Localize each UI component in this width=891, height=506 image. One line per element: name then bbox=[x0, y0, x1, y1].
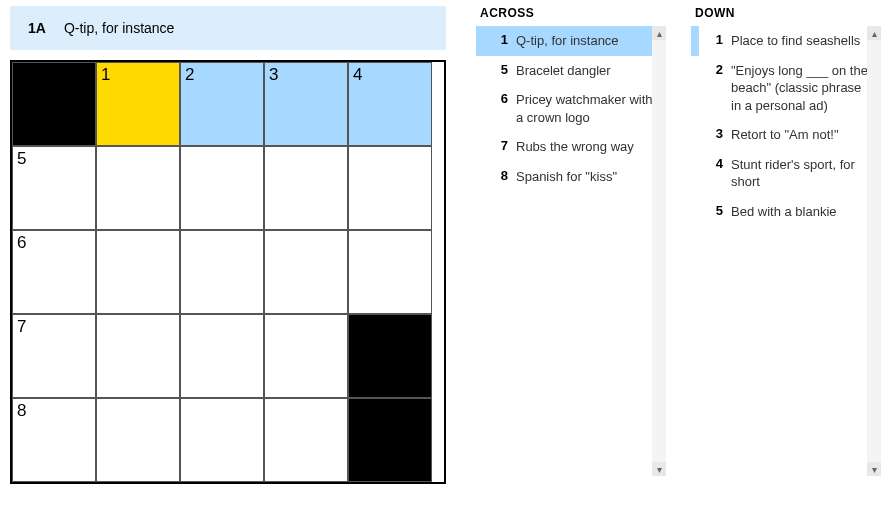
down-clue-list: 1Place to find seashells2"Enjoys long __… bbox=[691, 26, 881, 226]
across-clue-item[interactable]: 1Q-tip, for instance bbox=[476, 26, 666, 56]
grid-cell[interactable]: 1 bbox=[96, 62, 180, 146]
current-clue-bar: 1A Q-tip, for instance bbox=[10, 6, 446, 50]
grid-cell[interactable]: 5 bbox=[12, 146, 96, 230]
grid-cell-black bbox=[348, 398, 432, 482]
down-clue-item[interactable]: 4Stunt rider's sport, for short bbox=[691, 150, 881, 197]
down-header: DOWN bbox=[691, 6, 881, 20]
scroll-track[interactable] bbox=[652, 40, 666, 462]
scroll-down-icon[interactable]: ▾ bbox=[652, 462, 666, 476]
clue-number: 3 bbox=[699, 126, 723, 144]
clue-number: 8 bbox=[484, 168, 508, 186]
grid-cell[interactable] bbox=[96, 230, 180, 314]
grid-cell[interactable] bbox=[96, 314, 180, 398]
across-clue-item[interactable]: 7Rubs the wrong way bbox=[476, 132, 666, 162]
crossword-grid: 12345678 bbox=[10, 60, 446, 484]
grid-cell[interactable] bbox=[180, 146, 264, 230]
grid-cell[interactable]: 2 bbox=[180, 62, 264, 146]
down-clue-item[interactable]: 2"Enjoys long ___ on the beach" (classic… bbox=[691, 56, 881, 121]
scroll-up-icon[interactable]: ▴ bbox=[652, 26, 666, 40]
down-list-wrap: ▴ ▾ 1Place to find seashells2"Enjoys lon… bbox=[691, 26, 881, 476]
grid-cell[interactable] bbox=[348, 230, 432, 314]
grid-cell[interactable] bbox=[348, 146, 432, 230]
clue-text: Bed with a blankie bbox=[731, 203, 875, 221]
scroll-track[interactable] bbox=[867, 40, 881, 462]
grid-cell[interactable]: 8 bbox=[12, 398, 96, 482]
grid-cell[interactable] bbox=[264, 230, 348, 314]
cell-number: 4 bbox=[353, 65, 362, 85]
clue-text: Spanish for "kiss" bbox=[516, 168, 660, 186]
grid-cell[interactable]: 4 bbox=[348, 62, 432, 146]
current-clue-label: 1A bbox=[28, 20, 46, 36]
across-clue-item[interactable]: 8Spanish for "kiss" bbox=[476, 162, 666, 192]
cell-number: 8 bbox=[17, 401, 26, 421]
grid-cell[interactable]: 3 bbox=[264, 62, 348, 146]
scroll-down-icon[interactable]: ▾ bbox=[867, 462, 881, 476]
clue-number: 5 bbox=[484, 62, 508, 80]
clue-text: Bracelet dangler bbox=[516, 62, 660, 80]
across-list-wrap: ▴ ▾ 1Q-tip, for instance5Bracelet dangle… bbox=[476, 26, 666, 476]
clue-text: Retort to "Am not!" bbox=[731, 126, 875, 144]
across-header: ACROSS bbox=[476, 6, 666, 20]
grid-cell[interactable] bbox=[264, 398, 348, 482]
grid-cell[interactable] bbox=[264, 146, 348, 230]
grid-cell[interactable] bbox=[96, 398, 180, 482]
across-clue-item[interactable]: 6Pricey watchmaker with a crown logo bbox=[476, 85, 666, 132]
clue-text: Place to find seashells bbox=[731, 32, 875, 50]
across-clue-list: 1Q-tip, for instance5Bracelet dangler6Pr… bbox=[476, 26, 666, 191]
clue-text: Rubs the wrong way bbox=[516, 138, 660, 156]
clue-text: "Enjoys long ___ on the beach" (classic … bbox=[731, 62, 875, 115]
across-clue-item[interactable]: 5Bracelet dangler bbox=[476, 56, 666, 86]
clue-number: 1 bbox=[484, 32, 508, 50]
cell-number: 7 bbox=[17, 317, 26, 337]
down-clue-item[interactable]: 3Retort to "Am not!" bbox=[691, 120, 881, 150]
clue-text: Pricey watchmaker with a crown logo bbox=[516, 91, 660, 126]
grid-cell[interactable] bbox=[180, 230, 264, 314]
clue-number: 2 bbox=[699, 62, 723, 115]
cell-number: 5 bbox=[17, 149, 26, 169]
clue-number: 1 bbox=[699, 32, 723, 50]
clue-text: Stunt rider's sport, for short bbox=[731, 156, 875, 191]
grid-cell[interactable] bbox=[96, 146, 180, 230]
cell-number: 2 bbox=[185, 65, 194, 85]
grid-cell-black bbox=[348, 314, 432, 398]
clue-number: 4 bbox=[699, 156, 723, 191]
down-clue-item[interactable]: 1Place to find seashells bbox=[691, 26, 881, 56]
scroll-up-icon[interactable]: ▴ bbox=[867, 26, 881, 40]
current-clue-text: Q-tip, for instance bbox=[64, 20, 175, 36]
cell-number: 1 bbox=[101, 65, 110, 85]
grid-cell[interactable]: 7 bbox=[12, 314, 96, 398]
grid-cell[interactable] bbox=[180, 398, 264, 482]
clue-text: Q-tip, for instance bbox=[516, 32, 660, 50]
grid-cell[interactable]: 6 bbox=[12, 230, 96, 314]
cell-number: 3 bbox=[269, 65, 278, 85]
cell-number: 6 bbox=[17, 233, 26, 253]
clue-number: 7 bbox=[484, 138, 508, 156]
clue-number: 6 bbox=[484, 91, 508, 126]
grid-cell-black bbox=[12, 62, 96, 146]
down-clue-item[interactable]: 5Bed with a blankie bbox=[691, 197, 881, 227]
grid-cell[interactable] bbox=[264, 314, 348, 398]
grid-cell[interactable] bbox=[180, 314, 264, 398]
clue-number: 5 bbox=[699, 203, 723, 221]
